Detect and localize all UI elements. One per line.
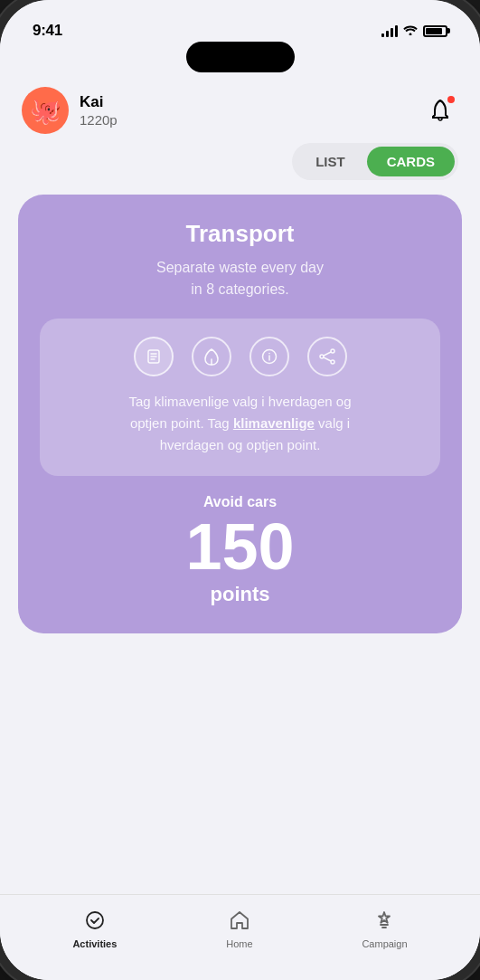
nav-home[interactable]: Home	[208, 906, 270, 953]
transport-card: Transport Separate waste every day in 8 …	[18, 195, 462, 633]
signal-icon	[381, 25, 398, 37]
header: 🐙 Kai 1220p	[0, 72, 480, 143]
dynamic-island	[186, 42, 295, 72]
user-name: Kai	[80, 93, 118, 111]
points-section: Avoid cars 150 points	[40, 494, 440, 606]
share-icon-button[interactable]	[307, 337, 347, 376]
avatar-emoji: 🐙	[30, 96, 61, 126]
card-title: Transport	[40, 220, 440, 248]
user-info: 🐙 Kai 1220p	[22, 87, 118, 134]
svg-point-8	[331, 349, 334, 353]
inner-card: Tag klimavenlige valg i hverdagen og opt…	[40, 319, 440, 476]
svg-point-10	[320, 355, 324, 358]
inner-card-text: Tag klimavenlige valg i hverdagen og opt…	[56, 391, 424, 456]
svg-point-13	[87, 912, 103, 928]
notification-button[interactable]	[422, 92, 458, 128]
campaign-icon	[373, 909, 395, 935]
nav-activities[interactable]: Activities	[54, 906, 135, 953]
svg-line-12	[324, 357, 331, 361]
campaign-label: Campaign	[362, 938, 407, 949]
card-subtitle: Separate waste every day in 8 categories…	[40, 257, 440, 300]
toggle-group: LIST CARDS	[292, 143, 458, 180]
main-content: Transport Separate waste every day in 8 …	[0, 195, 480, 894]
notification-badge	[447, 96, 455, 103]
activities-icon	[84, 909, 106, 935]
svg-point-9	[331, 360, 334, 364]
info-icon-button[interactable]	[249, 337, 289, 376]
list-toggle-button[interactable]: LIST	[296, 147, 365, 176]
leaf-icon-button[interactable]	[192, 337, 231, 376]
nav-campaign[interactable]: Campaign	[344, 906, 425, 953]
avoid-label: Avoid cars	[203, 494, 277, 510]
status-time: 9:41	[33, 22, 62, 40]
wifi-icon	[403, 24, 418, 38]
points-value: 150	[185, 514, 294, 579]
home-label: Home	[226, 938, 252, 949]
points-label: points	[211, 583, 270, 606]
user-points: 1220p	[80, 112, 118, 128]
svg-line-11	[324, 352, 331, 356]
svg-point-7	[268, 353, 270, 355]
cards-toggle-button[interactable]: CARDS	[367, 147, 455, 176]
user-details: Kai 1220p	[80, 93, 118, 127]
home-icon	[229, 909, 250, 935]
icon-row	[56, 337, 424, 376]
status-icons	[381, 24, 447, 38]
battery-icon	[423, 25, 447, 37]
avatar: 🐙	[22, 87, 69, 134]
doc-icon-button[interactable]	[134, 337, 174, 376]
bottom-nav: Activities Home Campaign	[0, 894, 480, 980]
activities-label: Activities	[72, 938, 117, 949]
view-toggle-container: LIST CARDS	[0, 143, 480, 195]
